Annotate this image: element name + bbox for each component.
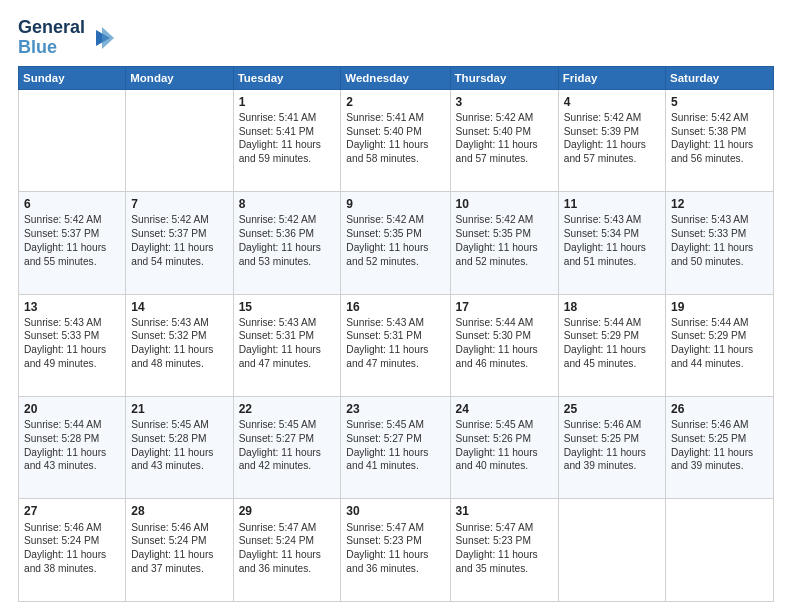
- day-number: 24: [456, 401, 553, 417]
- day-info-line: Daylight: 11 hours and 50 minutes.: [671, 241, 768, 269]
- day-number: 2: [346, 94, 444, 110]
- day-info-line: Sunrise: 5:45 AM: [239, 418, 336, 432]
- day-info-line: Sunrise: 5:44 AM: [564, 316, 660, 330]
- page: GeneralBlue SundayMondayTuesdayWednesday…: [0, 0, 792, 612]
- calendar-cell: 30Sunrise: 5:47 AMSunset: 5:23 PMDayligh…: [341, 499, 450, 602]
- calendar-cell: 17Sunrise: 5:44 AMSunset: 5:30 PMDayligh…: [450, 294, 558, 396]
- day-info-line: Sunrise: 5:42 AM: [671, 111, 768, 125]
- calendar-cell: 12Sunrise: 5:43 AMSunset: 5:33 PMDayligh…: [666, 192, 774, 294]
- day-info-line: Sunset: 5:23 PM: [346, 534, 444, 548]
- calendar-week-5: 27Sunrise: 5:46 AMSunset: 5:24 PMDayligh…: [19, 499, 774, 602]
- calendar-cell: 31Sunrise: 5:47 AMSunset: 5:23 PMDayligh…: [450, 499, 558, 602]
- weekday-header-saturday: Saturday: [666, 66, 774, 89]
- calendar-cell: 14Sunrise: 5:43 AMSunset: 5:32 PMDayligh…: [126, 294, 233, 396]
- weekday-header-sunday: Sunday: [19, 66, 126, 89]
- day-info-line: Sunset: 5:40 PM: [346, 125, 444, 139]
- day-info-line: Daylight: 11 hours and 54 minutes.: [131, 241, 227, 269]
- day-number: 21: [131, 401, 227, 417]
- day-info-line: Daylight: 11 hours and 55 minutes.: [24, 241, 120, 269]
- day-info-line: Sunrise: 5:42 AM: [346, 213, 444, 227]
- calendar-cell: [666, 499, 774, 602]
- calendar-cell: 2Sunrise: 5:41 AMSunset: 5:40 PMDaylight…: [341, 89, 450, 191]
- calendar-cell: 6Sunrise: 5:42 AMSunset: 5:37 PMDaylight…: [19, 192, 126, 294]
- weekday-header-friday: Friday: [558, 66, 665, 89]
- day-info-line: Sunset: 5:33 PM: [671, 227, 768, 241]
- calendar-cell: 20Sunrise: 5:44 AMSunset: 5:28 PMDayligh…: [19, 397, 126, 499]
- day-number: 9: [346, 196, 444, 212]
- day-info-line: Sunset: 5:35 PM: [456, 227, 553, 241]
- calendar-cell: 27Sunrise: 5:46 AMSunset: 5:24 PMDayligh…: [19, 499, 126, 602]
- svg-marker-1: [102, 27, 114, 49]
- weekday-header-monday: Monday: [126, 66, 233, 89]
- day-info-line: Sunset: 5:29 PM: [671, 329, 768, 343]
- day-info-line: Daylight: 11 hours and 52 minutes.: [346, 241, 444, 269]
- day-info-line: Sunrise: 5:44 AM: [24, 418, 120, 432]
- day-number: 14: [131, 299, 227, 315]
- day-info-line: Sunset: 5:29 PM: [564, 329, 660, 343]
- day-info-line: Sunrise: 5:43 AM: [24, 316, 120, 330]
- calendar-header-row: SundayMondayTuesdayWednesdayThursdayFrid…: [19, 66, 774, 89]
- day-info-line: Sunset: 5:24 PM: [131, 534, 227, 548]
- day-info-line: Daylight: 11 hours and 37 minutes.: [131, 548, 227, 576]
- day-info-line: Daylight: 11 hours and 57 minutes.: [456, 138, 553, 166]
- day-info-line: Sunset: 5:33 PM: [24, 329, 120, 343]
- day-info-line: Sunset: 5:40 PM: [456, 125, 553, 139]
- day-number: 20: [24, 401, 120, 417]
- day-number: 25: [564, 401, 660, 417]
- calendar-cell: 4Sunrise: 5:42 AMSunset: 5:39 PMDaylight…: [558, 89, 665, 191]
- day-info-line: Sunset: 5:25 PM: [564, 432, 660, 446]
- day-info-line: Sunset: 5:23 PM: [456, 534, 553, 548]
- day-info-line: Sunset: 5:28 PM: [24, 432, 120, 446]
- day-info-line: Sunset: 5:25 PM: [671, 432, 768, 446]
- day-info-line: Sunset: 5:26 PM: [456, 432, 553, 446]
- day-info-line: Daylight: 11 hours and 36 minutes.: [239, 548, 336, 576]
- day-number: 19: [671, 299, 768, 315]
- day-info-line: Daylight: 11 hours and 39 minutes.: [671, 446, 768, 474]
- logo-icon: [88, 24, 116, 52]
- day-info-line: Sunrise: 5:42 AM: [24, 213, 120, 227]
- calendar-week-4: 20Sunrise: 5:44 AMSunset: 5:28 PMDayligh…: [19, 397, 774, 499]
- day-number: 16: [346, 299, 444, 315]
- day-info-line: Daylight: 11 hours and 45 minutes.: [564, 343, 660, 371]
- calendar-cell: 7Sunrise: 5:42 AMSunset: 5:37 PMDaylight…: [126, 192, 233, 294]
- day-info-line: Sunrise: 5:41 AM: [239, 111, 336, 125]
- day-info-line: Sunrise: 5:42 AM: [239, 213, 336, 227]
- day-info-line: Sunset: 5:27 PM: [239, 432, 336, 446]
- day-info-line: Daylight: 11 hours and 53 minutes.: [239, 241, 336, 269]
- day-info-line: Sunrise: 5:43 AM: [131, 316, 227, 330]
- day-info-line: Sunrise: 5:45 AM: [346, 418, 444, 432]
- day-info-line: Sunrise: 5:42 AM: [131, 213, 227, 227]
- day-info-line: Daylight: 11 hours and 57 minutes.: [564, 138, 660, 166]
- calendar-cell: 9Sunrise: 5:42 AMSunset: 5:35 PMDaylight…: [341, 192, 450, 294]
- day-info-line: Daylight: 11 hours and 48 minutes.: [131, 343, 227, 371]
- calendar-cell: 22Sunrise: 5:45 AMSunset: 5:27 PMDayligh…: [233, 397, 341, 499]
- day-info-line: Sunrise: 5:43 AM: [346, 316, 444, 330]
- day-info-line: Sunrise: 5:43 AM: [671, 213, 768, 227]
- day-info-line: Daylight: 11 hours and 42 minutes.: [239, 446, 336, 474]
- day-number: 1: [239, 94, 336, 110]
- day-info-line: Sunrise: 5:46 AM: [671, 418, 768, 432]
- calendar-cell: 3Sunrise: 5:42 AMSunset: 5:40 PMDaylight…: [450, 89, 558, 191]
- calendar-cell: 8Sunrise: 5:42 AMSunset: 5:36 PMDaylight…: [233, 192, 341, 294]
- calendar-cell: [126, 89, 233, 191]
- day-info-line: Daylight: 11 hours and 58 minutes.: [346, 138, 444, 166]
- day-number: 31: [456, 503, 553, 519]
- day-info-line: Sunset: 5:34 PM: [564, 227, 660, 241]
- day-info-line: Daylight: 11 hours and 43 minutes.: [24, 446, 120, 474]
- day-info-line: Sunrise: 5:42 AM: [456, 111, 553, 125]
- day-info-line: Daylight: 11 hours and 35 minutes.: [456, 548, 553, 576]
- calendar-week-1: 1Sunrise: 5:41 AMSunset: 5:41 PMDaylight…: [19, 89, 774, 191]
- day-info-line: Daylight: 11 hours and 56 minutes.: [671, 138, 768, 166]
- day-info-line: Sunset: 5:24 PM: [239, 534, 336, 548]
- weekday-header-thursday: Thursday: [450, 66, 558, 89]
- day-info-line: Sunset: 5:35 PM: [346, 227, 444, 241]
- calendar-cell: 29Sunrise: 5:47 AMSunset: 5:24 PMDayligh…: [233, 499, 341, 602]
- day-info-line: Sunrise: 5:46 AM: [564, 418, 660, 432]
- day-number: 18: [564, 299, 660, 315]
- day-number: 11: [564, 196, 660, 212]
- day-number: 12: [671, 196, 768, 212]
- day-info-line: Daylight: 11 hours and 43 minutes.: [131, 446, 227, 474]
- day-number: 30: [346, 503, 444, 519]
- day-number: 4: [564, 94, 660, 110]
- day-number: 5: [671, 94, 768, 110]
